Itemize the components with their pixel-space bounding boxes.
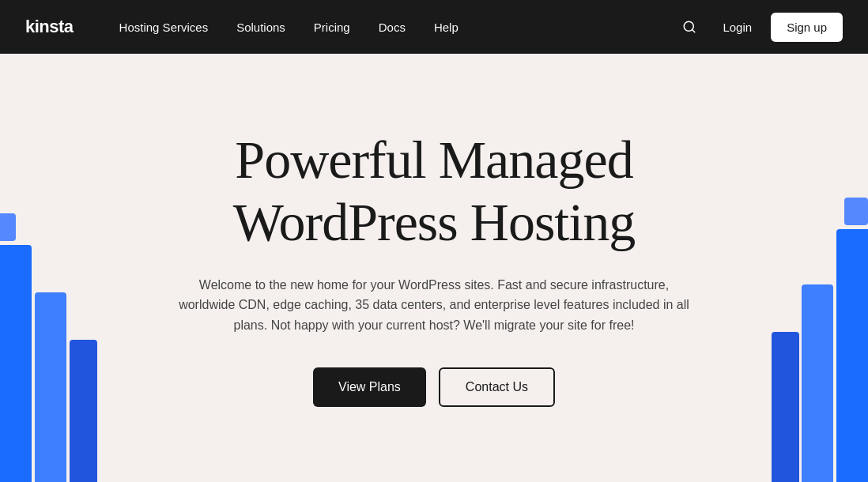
nav-item-solutions[interactable]: Solutions bbox=[222, 0, 300, 54]
search-button[interactable] bbox=[675, 13, 704, 41]
nav-item-help[interactable]: Help bbox=[420, 0, 473, 54]
hero-cta-buttons: View Plans Contact Us bbox=[313, 367, 555, 407]
blue-blocks-right-decoration bbox=[765, 54, 868, 482]
nav-menu: Hosting Services Solutions Pricing Docs … bbox=[105, 0, 676, 54]
svg-rect-7 bbox=[802, 284, 833, 482]
nav-item-pricing[interactable]: Pricing bbox=[300, 0, 364, 54]
logo[interactable]: kinsta bbox=[25, 17, 74, 37]
navbar-right: Login Sign up bbox=[675, 13, 843, 42]
nav-item-docs[interactable]: Docs bbox=[364, 0, 420, 54]
svg-rect-2 bbox=[0, 245, 32, 482]
login-button[interactable]: Login bbox=[716, 21, 758, 34]
hero-title: Powerful Managed WordPress Hosting bbox=[233, 129, 635, 252]
navbar: kinsta Hosting Services Solutions Pricin… bbox=[0, 0, 868, 54]
view-plans-button[interactable]: View Plans bbox=[313, 367, 426, 407]
svg-rect-9 bbox=[844, 198, 868, 225]
blue-blocks-left-decoration bbox=[0, 54, 103, 482]
contact-us-button[interactable]: Contact Us bbox=[439, 367, 555, 407]
svg-rect-6 bbox=[836, 229, 868, 482]
hero-subtitle: Welcome to the new home for your WordPre… bbox=[173, 275, 695, 336]
signup-button[interactable]: Sign up bbox=[771, 13, 843, 42]
svg-rect-8 bbox=[772, 332, 799, 482]
svg-line-1 bbox=[693, 29, 695, 32]
svg-rect-5 bbox=[0, 213, 16, 241]
svg-rect-4 bbox=[70, 340, 97, 482]
svg-rect-3 bbox=[35, 292, 66, 482]
right-blocks-svg bbox=[765, 166, 868, 482]
left-blocks-svg bbox=[0, 166, 103, 482]
search-icon bbox=[682, 20, 696, 34]
hero-section: Powerful Managed WordPress Hosting Welco… bbox=[0, 54, 868, 482]
logo-text: kinsta bbox=[25, 17, 74, 37]
nav-item-hosting-services[interactable]: Hosting Services bbox=[105, 0, 223, 54]
